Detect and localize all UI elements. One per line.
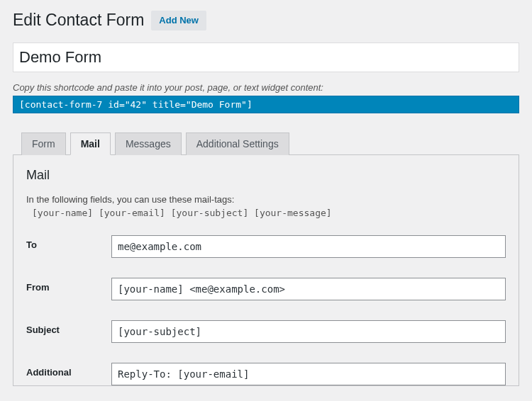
to-input[interactable]: [111, 235, 506, 258]
mail-tags-intro: In the following fields, you can use the…: [26, 194, 506, 205]
subject-label: Subject: [26, 320, 111, 335]
from-input[interactable]: [111, 278, 506, 300]
mail-heading: Mail: [26, 168, 506, 183]
tab-form[interactable]: Form: [21, 132, 66, 155]
tab-mail[interactable]: Mail: [70, 132, 111, 155]
tab-additional-settings[interactable]: Additional Settings: [186, 132, 289, 155]
tabs-nav: Form Mail Messages Additional Settings: [13, 132, 519, 155]
additional-headers-label: Additional: [26, 363, 111, 378]
to-label: To: [26, 235, 111, 250]
subject-input[interactable]: [111, 320, 506, 343]
mail-tags-list: [your-name] [your-email] [your-subject] …: [32, 208, 506, 218]
page-title: Edit Contact Form: [13, 10, 144, 31]
additional-headers-input[interactable]: [111, 363, 506, 385]
shortcode-value[interactable]: [contact-form-7 id="42" title="Demo Form…: [13, 96, 519, 113]
add-new-button[interactable]: Add New: [151, 11, 206, 30]
mail-panel: Mail In the following fields, you can us…: [13, 155, 519, 386]
tab-messages[interactable]: Messages: [115, 132, 182, 155]
from-label: From: [26, 278, 111, 293]
form-title-input[interactable]: [13, 43, 519, 72]
shortcode-instruction: Copy this shortcode and paste it into yo…: [13, 82, 519, 93]
